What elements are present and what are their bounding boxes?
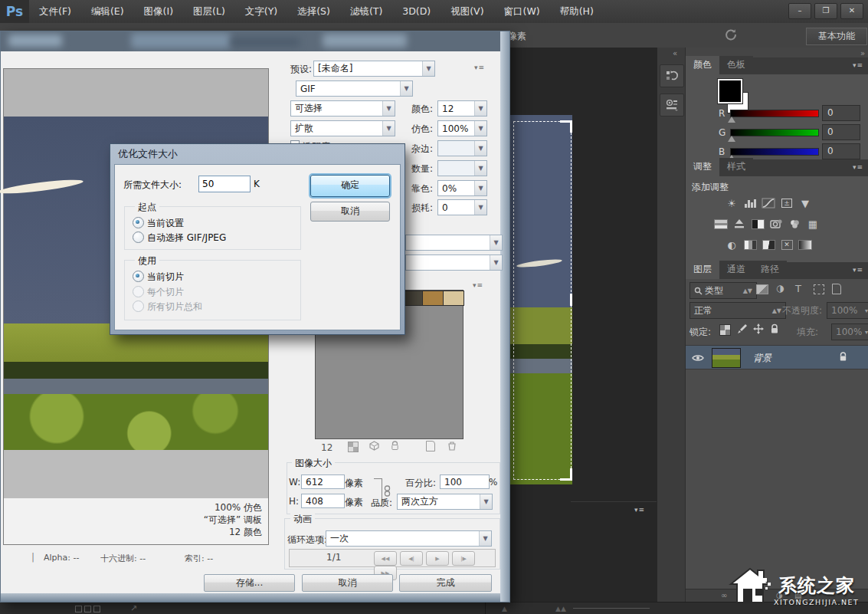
minimize-button[interactable]: – [788, 3, 811, 19]
channel-r-value[interactable]: 0 [822, 105, 860, 121]
previous-frame-button[interactable]: ◀| [400, 551, 423, 566]
layer-thumbnail[interactable] [712, 348, 741, 368]
lock-pixels-icon[interactable] [736, 323, 747, 337]
menu-window[interactable]: 窗口(W) [494, 0, 550, 23]
invert-icon[interactable]: ◐ [722, 238, 741, 251]
channel-g-slider-thumb[interactable] [728, 136, 735, 142]
levels-icon[interactable] [741, 196, 759, 210]
selection-handle-top-right[interactable] [560, 120, 572, 133]
lock-all-icon[interactable] [770, 323, 779, 337]
web-snap-field[interactable]: 0%▼ [437, 180, 487, 196]
current-settings-radio[interactable] [133, 217, 144, 228]
menu-image[interactable]: 图像(I) [134, 0, 183, 23]
filter-smart-object-icon[interactable] [832, 284, 841, 297]
lossy-field[interactable]: 0▼ [437, 199, 487, 215]
transparency-map-icon[interactable] [348, 442, 359, 455]
gradient-map-icon[interactable] [796, 238, 814, 251]
done-button[interactable]: 完成 [399, 574, 492, 592]
selective-color-icon[interactable]: ✕ [778, 238, 796, 251]
selection-handle-bottom-right[interactable] [560, 468, 572, 481]
color-table-swatch-3[interactable] [443, 291, 464, 306]
hidden-option-select-2[interactable]: ▼ [405, 254, 503, 271]
channel-b-value[interactable]: 0 [822, 143, 860, 159]
menu-filter[interactable]: 滤镜(T) [340, 0, 392, 23]
black-white-icon[interactable] [748, 217, 767, 231]
delete-color-icon[interactable] [447, 441, 457, 453]
layers-panel-menu-icon[interactable]: ▾≡ [853, 266, 863, 274]
menu-file[interactable]: 文件(F) [29, 0, 81, 23]
layer-row-background[interactable]: 背景 [686, 345, 868, 369]
desired-file-size-input[interactable] [198, 176, 251, 192]
auto-select-radio[interactable] [133, 231, 144, 243]
fill-select[interactable]: 100% ▾ [831, 323, 868, 340]
matte-field[interactable]: ▼ [437, 140, 487, 156]
lock-transparency-icon[interactable] [719, 324, 731, 338]
history-panel-icon[interactable] [660, 64, 684, 87]
reset-icon[interactable] [724, 28, 738, 44]
menu-type[interactable]: 文字(Y) [235, 0, 287, 23]
current-slice-radio[interactable] [133, 271, 144, 282]
channel-g-slider[interactable] [730, 129, 819, 136]
tab-swatches[interactable]: 色板 [719, 56, 753, 74]
filter-pixel-layers-icon[interactable] [756, 284, 768, 297]
menu-3d[interactable]: 3D(D) [392, 0, 441, 23]
color-lookup-icon[interactable]: ▦ [804, 217, 822, 231]
filter-adjustment-layers-icon[interactable]: ◑ [776, 283, 784, 294]
colors-field[interactable]: 12▼ [437, 100, 487, 117]
width-field[interactable]: 612 [301, 474, 345, 489]
layer-visibility-eye-icon[interactable] [692, 353, 704, 364]
brightness-contrast-icon[interactable]: ☀ [722, 196, 741, 210]
play-button[interactable]: ▶ [426, 551, 449, 566]
tab-layers[interactable]: 图层 [686, 261, 719, 279]
amount-field[interactable]: ▼ [437, 160, 487, 176]
layer-name[interactable]: 背景 [753, 352, 771, 365]
photo-filter-icon[interactable] [767, 217, 785, 231]
channel-mixer-icon[interactable] [785, 217, 804, 231]
color-table-swatch-2[interactable] [422, 291, 444, 306]
new-color-icon[interactable] [426, 441, 435, 454]
cancel-button[interactable]: 取消 [302, 574, 393, 592]
ok-button[interactable]: 确定 [310, 175, 390, 197]
channel-b-slider[interactable] [730, 148, 819, 156]
optimize-cancel-button[interactable]: 取消 [310, 202, 390, 222]
web-shift-icon[interactable] [369, 441, 379, 453]
tab-styles[interactable]: 样式 [719, 158, 753, 176]
collapse-dock-icon[interactable]: « [673, 49, 677, 57]
maximize-button[interactable]: ❐ [814, 3, 837, 19]
blend-mode-select[interactable]: 正常 ▲▼ [689, 302, 786, 319]
dither-field[interactable]: 100%▼ [437, 120, 487, 136]
shortcut-arrow-icon[interactable]: ↗ [130, 603, 137, 613]
tab-paths[interactable]: 路径 [753, 261, 787, 279]
exposure-icon[interactable]: ± [778, 196, 796, 210]
lock-position-icon[interactable] [753, 323, 764, 337]
tab-color[interactable]: 颜色 [686, 56, 719, 74]
properties-panel-icon[interactable] [660, 94, 684, 117]
color-reduction-select[interactable]: 可选择▼ [290, 100, 395, 117]
format-select[interactable]: GIF▼ [296, 80, 413, 97]
menu-select[interactable]: 选择(S) [287, 0, 340, 23]
save-button[interactable]: 存储... [204, 574, 295, 592]
workspace-switcher-button[interactable]: 基本功能 [806, 28, 867, 45]
panel-menu-icon[interactable]: ▾≡ [634, 506, 645, 514]
channel-g-value[interactable]: 0 [822, 124, 860, 140]
filter-shape-layers-icon[interactable] [814, 284, 824, 297]
expand-dock-icon[interactable]: » [860, 49, 865, 57]
hidden-option-select-1[interactable]: ▼ [405, 235, 503, 251]
filter-type-layers-icon[interactable]: T [795, 283, 801, 294]
dither-method-select[interactable]: 扩散▼ [290, 120, 395, 136]
channel-r-slider[interactable] [730, 110, 819, 117]
menu-help[interactable]: 帮助(H) [550, 0, 604, 23]
hue-saturation-icon[interactable] [712, 217, 730, 231]
curves-icon[interactable] [759, 196, 778, 210]
quality-select[interactable]: 两次立方▼ [397, 494, 493, 510]
menu-view[interactable]: 视图(V) [441, 0, 493, 23]
adjust-panel-menu-icon[interactable]: ▾≡ [853, 163, 863, 171]
first-frame-button[interactable]: ◀◀ [374, 551, 397, 566]
next-frame-button[interactable]: |▶ [452, 551, 475, 566]
tab-channels[interactable]: 通道 [719, 261, 753, 279]
channel-r-slider-thumb[interactable] [728, 117, 735, 123]
color-table-menu-icon[interactable]: ▾≡ [473, 281, 483, 289]
height-field[interactable]: 408 [301, 494, 345, 508]
threshold-icon[interactable] [759, 238, 778, 251]
posterize-icon[interactable] [741, 238, 759, 251]
